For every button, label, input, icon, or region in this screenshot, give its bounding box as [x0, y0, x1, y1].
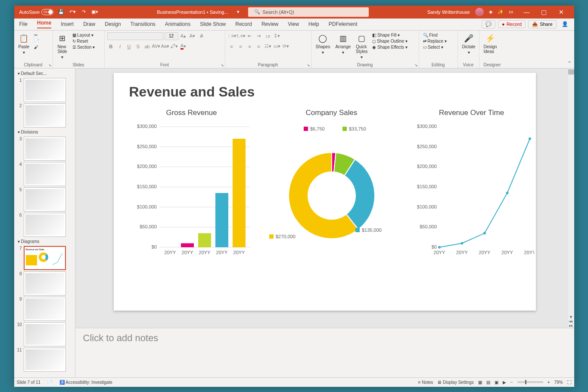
grow-font-button[interactable]: A▴ — [180, 32, 187, 40]
collapse-ribbon-button[interactable]: ⌃ — [567, 60, 572, 66]
slide-thumbnail[interactable] — [24, 137, 66, 161]
numbering-button[interactable]: ⒈≡▾ — [237, 32, 245, 40]
present-icon[interactable]: ▣▾ — [91, 9, 98, 16]
underline-button[interactable]: U — [125, 43, 133, 50]
thumbnail-row[interactable]: 7Revenue and Sales — [16, 246, 73, 270]
thumbnail-row[interactable]: 8 — [16, 271, 73, 296]
tab-pdfelement[interactable]: PDFelement — [329, 21, 358, 27]
tab-view[interactable]: View — [288, 21, 299, 27]
share-button[interactable]: 📤 Share — [528, 20, 556, 28]
tab-review[interactable]: Review — [261, 21, 278, 27]
cut-button[interactable]: ✂ — [33, 32, 40, 38]
user-name[interactable]: Sandy Writtenhouse — [427, 9, 470, 15]
indent-left-button[interactable]: ⇤ — [246, 32, 254, 40]
clear-format-button[interactable]: A̷ — [198, 32, 205, 40]
magic-icon[interactable]: ✨ — [498, 9, 504, 15]
highlight-button[interactable]: 🖍▾ — [171, 43, 178, 50]
arrange-button[interactable]: ▥Arrange▾ — [333, 32, 352, 56]
slide-thumbnail[interactable]: Revenue and Sales — [24, 246, 66, 270]
smartart-button[interactable]: ⟳▾ — [282, 43, 290, 50]
record-button[interactable]: ● Record — [498, 20, 526, 28]
slide-thumbnail[interactable] — [24, 213, 66, 237]
new-slide-button[interactable]: ⊞New Slide▾ — [56, 32, 69, 60]
italic-button[interactable]: I — [116, 43, 124, 50]
tab-animations[interactable]: Animations — [165, 21, 190, 27]
thumbnail-row[interactable]: 2 — [16, 103, 73, 128]
tab-draw[interactable]: Draw — [83, 21, 95, 27]
slide-thumbnail-panel[interactable]: ▾ Default Sec...12▾ Divisions3456▾ Diagr… — [14, 68, 75, 377]
strike-button[interactable]: S — [134, 43, 142, 50]
thumbnail-row[interactable]: 3 — [16, 137, 73, 161]
font-dialog-launcher[interactable]: ↘ — [221, 63, 224, 67]
slide-thumbnail[interactable] — [24, 297, 66, 321]
autosave-toggle[interactable]: AutoSave On — [19, 9, 54, 15]
close-button[interactable]: ✕ — [553, 9, 570, 16]
tab-slide-show[interactable]: Slide Show — [200, 21, 226, 27]
diamond-icon[interactable]: ◈ — [489, 9, 492, 15]
avatar[interactable] — [475, 8, 484, 16]
tab-transitions[interactable]: Transitions — [131, 21, 156, 27]
normal-view-icon[interactable]: ▦ — [478, 380, 482, 385]
slide-thumbnail[interactable] — [24, 103, 66, 128]
find-button[interactable]: 🔍 Find — [422, 32, 448, 38]
thumbnail-row[interactable]: 9 — [16, 297, 73, 321]
window-mode-icon[interactable]: ▭ — [509, 9, 513, 15]
slide-thumbnail[interactable] — [24, 348, 66, 372]
paste-button[interactable]: 📋Paste▾ — [17, 32, 31, 56]
tab-help[interactable]: Help — [308, 21, 319, 27]
justify-button[interactable]: ≡ — [255, 43, 263, 50]
slideshow-view-icon[interactable]: ▶ — [503, 380, 506, 385]
shrink-font-button[interactable]: A▾ — [189, 32, 196, 40]
prev-slide-icon[interactable]: ⏮ — [568, 319, 574, 324]
shape-fill-button[interactable]: ◧ Shape Fill ▾ — [371, 32, 409, 38]
minimize-button[interactable]: — — [518, 9, 535, 16]
paragraph-dialog-launcher[interactable]: ↘ — [307, 63, 310, 67]
thumbnail-row[interactable]: 4 — [16, 162, 73, 186]
columns-button[interactable]: ☷▾ — [264, 43, 272, 50]
design-ideas-button[interactable]: ⚡Design Ideas — [482, 32, 499, 55]
bar-chart[interactable]: Gross Revenue $0$50,000$100,000$150,000$… — [129, 109, 254, 269]
section-button[interactable]: ☰ Section ▾ — [71, 44, 96, 50]
quick-styles-button[interactable]: ▢Quick Styles▾ — [354, 32, 369, 60]
zoom-out-button[interactable]: − — [510, 380, 513, 385]
slide-thumbnail[interactable] — [24, 322, 66, 346]
slide-thumbnail[interactable] — [24, 271, 66, 296]
font-size-input[interactable] — [165, 32, 178, 40]
undo-icon[interactable]: ↶▾ — [69, 9, 76, 16]
slide-thumbnail[interactable] — [24, 78, 66, 102]
case-button[interactable]: Aa▾ — [162, 43, 169, 50]
sorter-view-icon[interactable]: ▤ — [486, 380, 490, 385]
bold-button[interactable]: B — [107, 43, 115, 50]
tab-design[interactable]: Design — [105, 21, 121, 27]
align-text-button[interactable]: ▭▾ — [273, 43, 281, 50]
slide-thumbnail[interactable] — [24, 162, 66, 186]
spacing-button[interactable]: AV▾ — [152, 43, 160, 50]
reading-view-icon[interactable]: ▣ — [495, 380, 498, 385]
save-icon[interactable]: 💾 — [58, 9, 65, 16]
redo-icon[interactable]: ↷ — [80, 9, 87, 16]
font-color-button[interactable]: A▾ — [180, 43, 187, 50]
format-painter-button[interactable]: 🖌 — [33, 44, 40, 50]
dictate-button[interactable]: 🎤Dictate▾ — [460, 32, 477, 56]
zoom-slider[interactable] — [517, 381, 543, 383]
layout-button[interactable]: ▦ Layout ▾ — [71, 32, 96, 38]
copy-button[interactable]: 📄 — [33, 38, 40, 44]
notes-toggle[interactable]: ≡ Notes — [418, 380, 433, 385]
text-direction-button[interactable]: ↧▾ — [273, 32, 281, 40]
notes-indicator-icon[interactable]: 📄 — [47, 380, 53, 385]
shadow-button[interactable]: ab — [143, 43, 151, 50]
next-slide-icon[interactable]: ⏭ — [568, 324, 574, 328]
tab-home[interactable]: Home — [37, 20, 51, 28]
section-header[interactable]: ▾ Diagrams — [16, 238, 73, 245]
tab-record[interactable]: Record — [235, 21, 252, 27]
drawing-dialog-launcher[interactable]: ↘ — [414, 63, 418, 67]
display-settings[interactable]: 🖥 Display Settings — [437, 380, 473, 385]
section-header[interactable]: ▾ Default Sec... — [16, 70, 73, 77]
title-dropdown-icon[interactable]: ▾ — [237, 9, 240, 15]
clipboard-dialog-launcher[interactable]: ↘ — [48, 63, 52, 67]
replace-button[interactable]: ⇄ Replace ▾ — [422, 38, 448, 44]
section-header[interactable]: ▾ Divisions — [16, 129, 73, 135]
reset-button[interactable]: ↻ Reset — [71, 38, 96, 44]
align-left-button[interactable]: ≡ — [228, 43, 236, 50]
font-family-input[interactable] — [107, 32, 163, 40]
